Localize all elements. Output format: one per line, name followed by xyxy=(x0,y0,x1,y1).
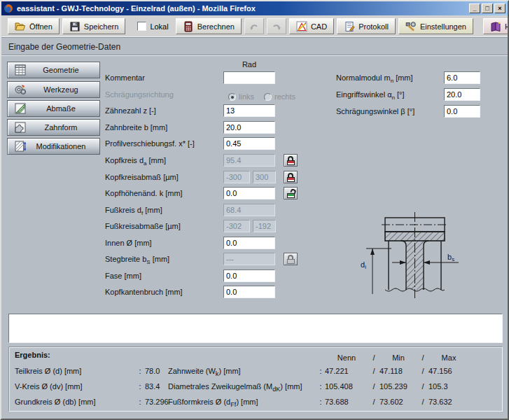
protocol-button[interactable]: Protokoll xyxy=(337,18,396,34)
results-panel: Ergebnis: Nenn / Min / Max Teilkreis Ø (… xyxy=(8,346,503,412)
result-min: 73.602 xyxy=(379,395,417,412)
maximize-button[interactable]: □ xyxy=(482,4,493,13)
settings-button[interactable]: Einstellungen xyxy=(398,18,473,34)
close-button[interactable]: × xyxy=(494,4,505,13)
column-header-rad: Rad xyxy=(223,60,275,69)
cad-button[interactable]: CAD xyxy=(289,18,334,34)
cad-icon xyxy=(296,21,307,32)
form-row-kopfhoehenaenderung: Kopfhöhenänd. k [mm] xyxy=(1,187,508,200)
settings-tools-icon xyxy=(405,21,417,32)
zahnbreite-label: Zahnbreite b [mm] xyxy=(105,121,167,137)
col-header-max: Max xyxy=(428,351,469,365)
kopfkreis-label: Kopfkreis da [mm] xyxy=(105,154,166,170)
stegbreite-input xyxy=(223,253,275,265)
normalmodul-label: Normalmodul mn [mm] xyxy=(336,71,413,88)
fusskreisabmasse-min-input xyxy=(223,220,250,232)
profilverschiebung-input[interactable] xyxy=(223,137,275,150)
message-area xyxy=(8,314,503,343)
calculator-icon xyxy=(183,21,194,32)
col-header-min: Min xyxy=(379,351,417,365)
zahnbreite-input[interactable] xyxy=(223,121,275,134)
save-button[interactable]: Speichern xyxy=(62,18,126,34)
local-checkbox-group: Lokal xyxy=(137,22,168,31)
innendurchmesser-label: Innen Ø [mm] xyxy=(105,237,152,253)
result-label: Zahnweite (Wk) [mm] xyxy=(168,364,316,381)
result-label: Grundkreis Ø (db) [mm] xyxy=(15,395,135,409)
form-row-profilverschiebung: Profilverschiebungsf. x* [-] xyxy=(1,137,508,150)
stegbreite-label: Stegbreite bS [mm] xyxy=(105,253,169,269)
result-row: Diametrales Zweikugelmaß (MdK) [mm] : 10… xyxy=(168,379,497,393)
fusskreis-label: Fußkreis df [mm] xyxy=(105,204,162,220)
save-floppy-icon xyxy=(69,21,81,32)
help-button[interactable]: Hilfe xyxy=(483,18,509,34)
fusskreis-input xyxy=(223,204,275,216)
result-nenn: 105.408 xyxy=(325,379,368,396)
result-max: 47.156 xyxy=(428,364,469,381)
result-row: Fußformkreis Ø (dFf) [mm] : 73.688 / 73.… xyxy=(168,395,497,409)
protocol-document-icon xyxy=(344,21,355,32)
normalmodul-input[interactable] xyxy=(444,71,480,84)
open-folder-icon xyxy=(15,21,26,32)
help-book-icon xyxy=(490,21,501,32)
innendurchmesser-input[interactable] xyxy=(223,237,275,249)
result-label: V-Kreis Ø (dv) [mm] xyxy=(15,379,135,393)
local-checkbox-label: Lokal xyxy=(150,22,168,31)
fase-label: Fase [mm] xyxy=(105,270,141,286)
kopfhoehenaenderung-lock-button[interactable] xyxy=(284,187,298,200)
content-area: Eingabe der Geometrie-Daten Geometrie We… xyxy=(1,38,508,419)
open-button[interactable]: Öffnen xyxy=(8,18,60,34)
diagram-label-bs: bs xyxy=(447,253,454,262)
result-label: Fußformkreis Ø (dFf) [mm] xyxy=(168,395,316,412)
kopfkreisabmass-max-input xyxy=(253,171,276,183)
result-nenn: 73.688 xyxy=(325,395,368,412)
fase-input[interactable] xyxy=(223,270,275,282)
kopfhoehenaenderung-input[interactable] xyxy=(223,187,275,200)
schraegungswinkel-label: Schrägungswinkel β [°] xyxy=(336,105,414,121)
stegbreite-lock-button[interactable] xyxy=(284,253,298,265)
app-window: eassistant - GWJ-Technology - Einzelrad … xyxy=(0,0,509,420)
result-nenn: 47.221 xyxy=(325,364,368,381)
form-row-normalmodul: Normalmodul mn [mm] xyxy=(1,71,508,84)
undo-button[interactable] xyxy=(244,18,264,34)
eingriffswinkel-label: Eingriffswinkel αn [°] xyxy=(336,88,405,104)
result-max: 73.632 xyxy=(428,395,469,412)
profilverschiebung-label: Profilverschiebungsf. x* [-] xyxy=(105,137,195,153)
fusskreisabmasse-label: Fußkreisabmaße [µm] xyxy=(105,220,181,236)
redo-icon xyxy=(271,21,282,32)
form-row-schraegungswinkel: Schrägungswinkel β [°] xyxy=(1,105,508,118)
calculate-button[interactable]: Berechnen xyxy=(176,18,242,34)
eingriffswinkel-input[interactable] xyxy=(444,88,480,101)
result-max: 105.3 xyxy=(428,379,469,396)
firefox-icon xyxy=(4,4,13,13)
result-min: 47.118 xyxy=(379,364,417,381)
kopfkreis-input xyxy=(223,154,275,167)
kopfkreisabmass-min-input xyxy=(223,171,250,183)
result-label: Teilkreis Ø (d) [mm] xyxy=(15,364,135,378)
schraegungswinkel-input[interactable] xyxy=(444,105,480,118)
results-header-row: Nenn / Min / Max xyxy=(168,351,497,365)
kopfkreis-lock-button[interactable] xyxy=(284,154,298,167)
kopfkantenbruch-label: Kopfkantenbruch [mm] xyxy=(105,286,183,302)
result-min: 105.239 xyxy=(379,379,417,396)
form-row-kopfkreis: Kopfkreis da [mm] xyxy=(1,154,508,167)
form-row-zahnbreite: Zahnbreite b [mm] xyxy=(1,121,508,134)
col-header-nenn: Nenn xyxy=(325,351,368,365)
redo-button[interactable] xyxy=(267,18,286,34)
kopfkantenbruch-input[interactable] xyxy=(223,286,275,298)
section-title: Eingabe der Geometrie-Daten xyxy=(8,42,120,52)
gear-cross-section-diagram: di bs xyxy=(355,209,495,307)
form-row-kopfkreisabmass: Kopfkreisabmaß [µm] xyxy=(1,171,508,183)
results-title: Ergebnis: xyxy=(15,351,50,359)
kopfhoehenaenderung-label: Kopfhöhenänd. k [mm] xyxy=(105,187,183,203)
kopfkreisabmass-label: Kopfkreisabmaß [µm] xyxy=(105,171,179,187)
result-label: Diametrales Zweikugelmaß (MdK) [mm] xyxy=(168,379,316,396)
minimize-button[interactable]: _ xyxy=(469,4,480,13)
window-title: eassistant - GWJ-Technology - Einzelrad … xyxy=(17,4,466,13)
local-checkbox[interactable] xyxy=(137,22,146,31)
kopfkreisabmass-lock-button[interactable] xyxy=(284,171,298,183)
section-divider xyxy=(1,55,508,56)
undo-icon xyxy=(249,21,260,32)
toolbar: Öffnen Speichern Lokal xyxy=(1,15,508,38)
fusskreisabmasse-max-input xyxy=(253,220,276,232)
title-bar: eassistant - GWJ-Technology - Einzelrad … xyxy=(1,1,508,15)
